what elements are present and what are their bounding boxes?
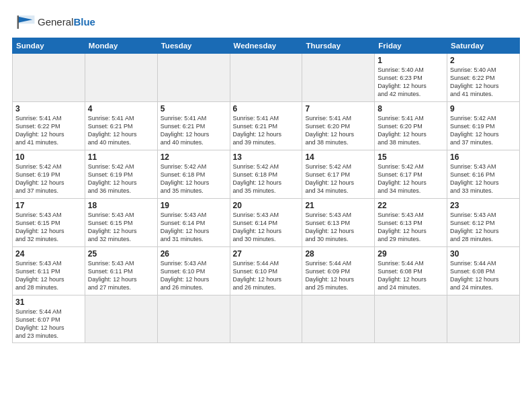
day-sun-info: Sunrise: 5:43 AM Sunset: 6:12 PM Dayligh… xyxy=(450,211,517,244)
calendar-day-cell: 6Sunrise: 5:41 AM Sunset: 6:21 PM Daylig… xyxy=(230,102,302,150)
weekday-header-saturday: Saturday xyxy=(447,38,520,54)
day-number: 21 xyxy=(305,201,371,210)
day-sun-info: Sunrise: 5:43 AM Sunset: 6:14 PM Dayligh… xyxy=(161,211,227,244)
day-number: 2 xyxy=(450,56,517,65)
weekday-header-friday: Friday xyxy=(375,38,447,54)
calendar-week-row: 1Sunrise: 5:40 AM Sunset: 6:23 PM Daylig… xyxy=(13,54,520,102)
day-sun-info: Sunrise: 5:43 AM Sunset: 6:11 PM Dayligh… xyxy=(88,259,154,292)
day-sun-info: Sunrise: 5:41 AM Sunset: 6:21 PM Dayligh… xyxy=(161,114,227,147)
day-number: 4 xyxy=(88,104,154,113)
day-sun-info: Sunrise: 5:41 AM Sunset: 6:21 PM Dayligh… xyxy=(88,114,154,147)
weekday-header-sunday: Sunday xyxy=(13,38,85,54)
calendar-week-row: 31Sunrise: 5:44 AM Sunset: 6:07 PM Dayli… xyxy=(13,295,520,343)
calendar-day-cell: 12Sunrise: 5:42 AM Sunset: 6:18 PM Dayli… xyxy=(157,150,230,199)
day-sun-info: Sunrise: 5:42 AM Sunset: 6:17 PM Dayligh… xyxy=(305,163,371,195)
calendar-day-cell: 9Sunrise: 5:42 AM Sunset: 6:19 PM Daylig… xyxy=(447,102,520,150)
day-number: 27 xyxy=(233,249,300,259)
day-number: 26 xyxy=(161,249,227,259)
calendar-day-cell xyxy=(85,295,157,343)
calendar-week-row: 3Sunrise: 5:41 AM Sunset: 6:22 PM Daylig… xyxy=(13,102,520,150)
day-sun-info: Sunrise: 5:43 AM Sunset: 6:10 PM Dayligh… xyxy=(161,259,227,292)
day-number: 31 xyxy=(15,298,82,307)
calendar-day-cell: 4Sunrise: 5:41 AM Sunset: 6:21 PM Daylig… xyxy=(85,102,157,150)
day-number: 6 xyxy=(233,104,300,113)
day-sun-info: Sunrise: 5:40 AM Sunset: 6:22 PM Dayligh… xyxy=(450,66,517,99)
day-number: 22 xyxy=(378,201,444,210)
calendar-week-row: 24Sunrise: 5:43 AM Sunset: 6:11 PM Dayli… xyxy=(13,247,520,295)
calendar-day-cell xyxy=(375,295,447,343)
day-sun-info: Sunrise: 5:43 AM Sunset: 6:14 PM Dayligh… xyxy=(233,211,300,244)
calendar-day-cell: 28Sunrise: 5:44 AM Sunset: 6:09 PM Dayli… xyxy=(302,247,375,295)
day-number: 11 xyxy=(88,152,154,162)
calendar-day-cell: 24Sunrise: 5:43 AM Sunset: 6:11 PM Dayli… xyxy=(13,247,85,295)
day-number: 28 xyxy=(305,249,371,259)
calendar-day-cell: 5Sunrise: 5:41 AM Sunset: 6:21 PM Daylig… xyxy=(157,102,230,150)
day-sun-info: Sunrise: 5:43 AM Sunset: 6:13 PM Dayligh… xyxy=(305,211,371,244)
calendar-day-cell xyxy=(85,54,157,102)
day-number: 9 xyxy=(450,104,517,113)
day-number: 19 xyxy=(161,201,227,210)
svg-rect-3 xyxy=(17,15,19,29)
calendar-day-cell xyxy=(230,54,302,102)
page: GeneralBlue SundayMondayTuesdayWednesday… xyxy=(0,0,532,411)
day-sun-info: Sunrise: 5:41 AM Sunset: 6:21 PM Dayligh… xyxy=(233,114,300,147)
weekday-header-monday: Monday xyxy=(85,38,157,54)
day-sun-info: Sunrise: 5:41 AM Sunset: 6:20 PM Dayligh… xyxy=(305,114,371,147)
calendar-day-cell: 11Sunrise: 5:42 AM Sunset: 6:19 PM Dayli… xyxy=(85,150,157,199)
calendar-day-cell xyxy=(447,295,520,343)
day-sun-info: Sunrise: 5:44 AM Sunset: 6:07 PM Dayligh… xyxy=(15,308,82,340)
day-sun-info: Sunrise: 5:41 AM Sunset: 6:22 PM Dayligh… xyxy=(15,114,82,147)
day-number: 13 xyxy=(233,152,300,162)
calendar-day-cell: 14Sunrise: 5:42 AM Sunset: 6:17 PM Dayli… xyxy=(302,150,375,199)
weekday-header-thursday: Thursday xyxy=(302,38,375,54)
day-number: 10 xyxy=(15,152,82,162)
day-number: 29 xyxy=(378,249,444,259)
day-sun-info: Sunrise: 5:44 AM Sunset: 6:08 PM Dayligh… xyxy=(378,259,444,292)
day-number: 18 xyxy=(88,201,154,210)
calendar-day-cell: 19Sunrise: 5:43 AM Sunset: 6:14 PM Dayli… xyxy=(157,199,230,247)
day-sun-info: Sunrise: 5:43 AM Sunset: 6:11 PM Dayligh… xyxy=(15,259,82,292)
day-number: 24 xyxy=(15,249,82,259)
calendar-day-cell: 1Sunrise: 5:40 AM Sunset: 6:23 PM Daylig… xyxy=(375,54,447,102)
calendar-day-cell: 15Sunrise: 5:42 AM Sunset: 6:17 PM Dayli… xyxy=(375,150,447,199)
calendar-day-cell: 2Sunrise: 5:40 AM Sunset: 6:22 PM Daylig… xyxy=(447,54,520,102)
calendar-day-cell: 16Sunrise: 5:43 AM Sunset: 6:16 PM Dayli… xyxy=(447,150,520,199)
calendar-day-cell xyxy=(13,54,85,102)
day-number: 8 xyxy=(378,104,444,113)
day-sun-info: Sunrise: 5:44 AM Sunset: 6:10 PM Dayligh… xyxy=(233,259,300,292)
calendar-day-cell: 21Sunrise: 5:43 AM Sunset: 6:13 PM Dayli… xyxy=(302,199,375,247)
calendar-table: SundayMondayTuesdayWednesdayThursdayFrid… xyxy=(12,38,520,343)
calendar-day-cell: 26Sunrise: 5:43 AM Sunset: 6:10 PM Dayli… xyxy=(157,247,230,295)
logo-text: GeneralBlue xyxy=(38,16,95,28)
weekday-header-wednesday: Wednesday xyxy=(230,38,302,54)
day-sun-info: Sunrise: 5:44 AM Sunset: 6:08 PM Dayligh… xyxy=(450,259,517,292)
calendar-day-cell: 27Sunrise: 5:44 AM Sunset: 6:10 PM Dayli… xyxy=(230,247,302,295)
day-number: 3 xyxy=(15,104,82,113)
day-sun-info: Sunrise: 5:40 AM Sunset: 6:23 PM Dayligh… xyxy=(378,66,444,99)
calendar-day-cell: 3Sunrise: 5:41 AM Sunset: 6:22 PM Daylig… xyxy=(13,102,85,150)
day-number: 25 xyxy=(88,249,154,259)
calendar-header-row: SundayMondayTuesdayWednesdayThursdayFrid… xyxy=(13,38,520,54)
calendar-day-cell: 23Sunrise: 5:43 AM Sunset: 6:12 PM Dayli… xyxy=(447,199,520,247)
day-number: 14 xyxy=(305,152,371,162)
calendar-week-row: 10Sunrise: 5:42 AM Sunset: 6:19 PM Dayli… xyxy=(13,150,520,199)
day-sun-info: Sunrise: 5:43 AM Sunset: 6:13 PM Dayligh… xyxy=(378,211,444,244)
day-sun-info: Sunrise: 5:43 AM Sunset: 6:15 PM Dayligh… xyxy=(15,211,82,244)
calendar-day-cell: 7Sunrise: 5:41 AM Sunset: 6:20 PM Daylig… xyxy=(302,102,375,150)
day-sun-info: Sunrise: 5:43 AM Sunset: 6:15 PM Dayligh… xyxy=(88,211,154,244)
day-number: 12 xyxy=(161,152,227,162)
header: GeneralBlue xyxy=(12,12,520,32)
calendar-day-cell: 31Sunrise: 5:44 AM Sunset: 6:07 PM Dayli… xyxy=(13,295,85,343)
calendar-day-cell: 18Sunrise: 5:43 AM Sunset: 6:15 PM Dayli… xyxy=(85,199,157,247)
calendar-day-cell xyxy=(302,295,375,343)
day-sun-info: Sunrise: 5:42 AM Sunset: 6:18 PM Dayligh… xyxy=(233,163,300,195)
day-sun-info: Sunrise: 5:42 AM Sunset: 6:18 PM Dayligh… xyxy=(161,163,227,195)
day-sun-info: Sunrise: 5:42 AM Sunset: 6:19 PM Dayligh… xyxy=(450,114,517,147)
day-sun-info: Sunrise: 5:41 AM Sunset: 6:20 PM Dayligh… xyxy=(378,114,444,147)
day-number: 16 xyxy=(450,152,517,162)
calendar-day-cell: 17Sunrise: 5:43 AM Sunset: 6:15 PM Dayli… xyxy=(13,199,85,247)
calendar-day-cell: 13Sunrise: 5:42 AM Sunset: 6:18 PM Dayli… xyxy=(230,150,302,199)
calendar-day-cell: 20Sunrise: 5:43 AM Sunset: 6:14 PM Dayli… xyxy=(230,199,302,247)
day-sun-info: Sunrise: 5:42 AM Sunset: 6:19 PM Dayligh… xyxy=(88,163,154,195)
calendar-day-cell: 25Sunrise: 5:43 AM Sunset: 6:11 PM Dayli… xyxy=(85,247,157,295)
